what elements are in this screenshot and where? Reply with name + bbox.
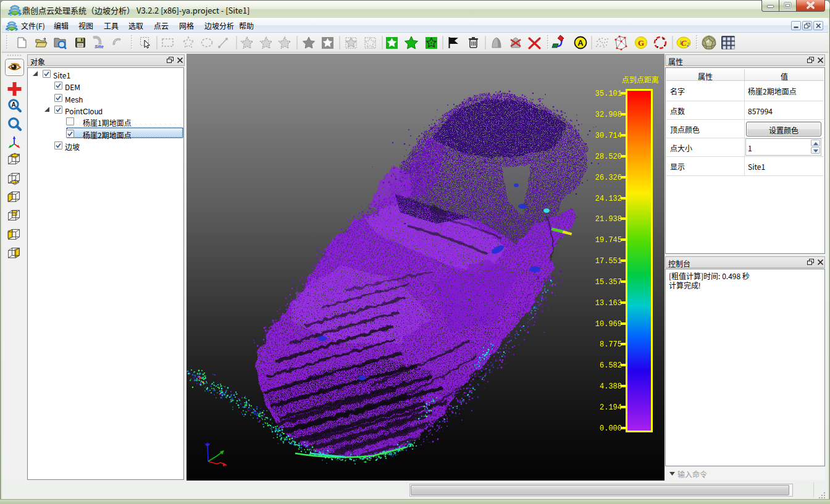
svg-text:13.163: 13.163: [595, 299, 622, 308]
svg-text:19.745: 19.745: [595, 236, 622, 245]
svg-text:21.938: 21.938: [595, 215, 622, 224]
svg-text:10.969: 10.969: [595, 320, 622, 329]
svg-text:6.582: 6.582: [600, 361, 622, 370]
svg-text:32.908: 32.908: [595, 111, 622, 119]
svg-text:4.388: 4.388: [600, 382, 622, 391]
svg-text:0.000: 0.000: [600, 424, 622, 433]
svg-text:8.775: 8.775: [600, 340, 622, 349]
svg-text:点到点距离: 点到点距离: [622, 74, 659, 85]
svg-text:30.714: 30.714: [595, 132, 622, 140]
svg-text:2: 2: [687, 42, 689, 48]
svg-text:C: C: [681, 38, 687, 48]
svg-text:15.357: 15.357: [595, 278, 622, 287]
svg-text:A: A: [577, 38, 584, 48]
svg-text:Site: Site: [94, 44, 104, 49]
svg-text:17.551: 17.551: [595, 257, 622, 266]
svg-text:2.194: 2.194: [600, 403, 622, 412]
svg-text:35.101: 35.101: [595, 90, 622, 98]
svg-text:28.520: 28.520: [595, 153, 622, 161]
svg-text:24.132: 24.132: [595, 195, 622, 203]
svg-text:G: G: [638, 38, 644, 48]
svg-text:A: A: [11, 101, 15, 108]
svg-text:26.326: 26.326: [595, 174, 622, 182]
